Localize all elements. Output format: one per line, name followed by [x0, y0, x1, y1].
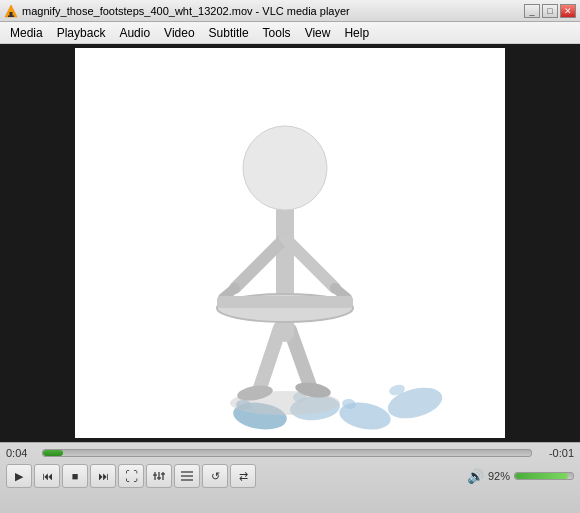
svg-rect-29: [157, 477, 161, 479]
menu-tools[interactable]: Tools: [257, 24, 297, 42]
progress-row: 0:04 -0:01: [6, 447, 574, 459]
sliders-icon: [152, 469, 166, 483]
svg-point-24: [243, 126, 327, 210]
fullscreen-button[interactable]: ⛶: [118, 464, 144, 488]
video-area: [0, 44, 580, 442]
random-button[interactable]: ⇄: [230, 464, 256, 488]
volume-bar[interactable]: [514, 472, 574, 480]
play-button[interactable]: ▶: [6, 464, 32, 488]
progress-fill: [43, 450, 63, 456]
svg-rect-23: [217, 296, 353, 308]
volume-percent: 92%: [488, 470, 510, 482]
menu-help[interactable]: Help: [338, 24, 375, 42]
menu-view[interactable]: View: [299, 24, 337, 42]
close-button[interactable]: ✕: [560, 4, 576, 18]
svg-rect-28: [153, 474, 157, 476]
stop-button[interactable]: ■: [62, 464, 88, 488]
minimize-button[interactable]: _: [524, 4, 540, 18]
menu-playback[interactable]: Playback: [51, 24, 112, 42]
video-frame: [75, 48, 505, 438]
svg-rect-1: [10, 12, 13, 16]
extended-settings-button[interactable]: [146, 464, 172, 488]
title-text: magnify_those_footsteps_400_wht_13202.mo…: [22, 5, 350, 17]
buttons-row: ▶ ⏮ ■ ⏭ ⛶ ↺ ⇄ 🔊 92%: [6, 464, 574, 488]
progress-bar[interactable]: [42, 449, 532, 457]
volume-fill: [515, 473, 568, 479]
volume-icon[interactable]: 🔊: [467, 468, 484, 484]
title-buttons: _ □ ✕: [524, 4, 576, 18]
volume-area: 🔊 92%: [467, 468, 574, 484]
controls-area: 0:04 -0:01 ▶ ⏮ ■ ⏭ ⛶: [0, 442, 580, 513]
video-content: [75, 48, 505, 438]
prev-button[interactable]: ⏮: [34, 464, 60, 488]
next-button[interactable]: ⏭: [90, 464, 116, 488]
svg-rect-2: [8, 15, 14, 17]
maximize-button[interactable]: □: [542, 4, 558, 18]
svg-rect-30: [161, 473, 165, 475]
vlc-logo-icon: [4, 4, 18, 18]
time-remaining: -0:01: [538, 447, 574, 459]
menu-bar: Media Playback Audio Video Subtitle Tool…: [0, 22, 580, 44]
title-left: magnify_those_footsteps_400_wht_13202.mo…: [4, 4, 350, 18]
loop-button[interactable]: ↺: [202, 464, 228, 488]
menu-subtitle[interactable]: Subtitle: [203, 24, 255, 42]
menu-video[interactable]: Video: [158, 24, 200, 42]
playlist-icon: [180, 469, 194, 483]
playlist-button[interactable]: [174, 464, 200, 488]
menu-media[interactable]: Media: [4, 24, 49, 42]
menu-audio[interactable]: Audio: [113, 24, 156, 42]
time-elapsed: 0:04: [6, 447, 36, 459]
title-bar: magnify_those_footsteps_400_wht_13202.mo…: [0, 0, 580, 22]
